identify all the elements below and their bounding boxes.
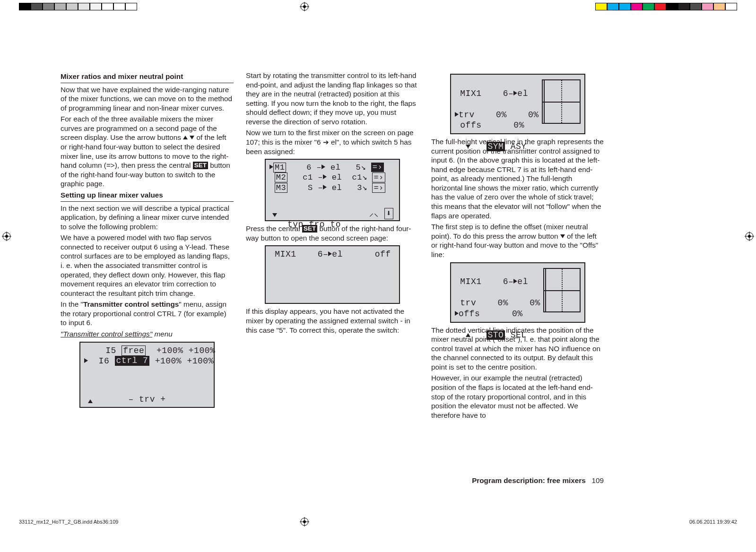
menu-caption: "Transmitter control settings" menu: [61, 329, 234, 339]
screen-title-row: MIX1 6–el off: [269, 249, 395, 260]
registration-mark-icon: [2, 232, 11, 241]
column-3: MIX1 6–el trv 0% 0% offs 0% SYM ASY The …: [431, 71, 604, 422]
graph-center-line: [561, 80, 562, 123]
sym-label-selected: SYM: [487, 142, 505, 151]
arrow-down-icon: [466, 145, 470, 148]
cursor-icon: [269, 164, 273, 169]
goto-icon: =›: [372, 172, 385, 182]
arrow-down-icon: [272, 213, 277, 217]
goto-icon: =›: [372, 183, 385, 193]
arrow-down-icon: [190, 136, 194, 139]
body-text: If this display appears, you have not ac…: [246, 307, 419, 335]
curve-icon: ⸝⸜: [369, 207, 378, 218]
text-span: In the ": [61, 300, 83, 308]
cursor-icon: [455, 311, 459, 316]
section-heading: Mixer ratios and mixer neutral point: [61, 72, 234, 83]
body-text: For each of the three available mixers t…: [61, 114, 234, 189]
menu-caption-title: "Transmitter control settings": [61, 330, 152, 338]
screen-row: I5 free +100% +100%: [84, 345, 210, 356]
screen-row-selected: I6 ctrl 7 +100% +100%: [84, 356, 210, 367]
graph-values: MIX1 6–el trv 0% 0% offs 0% SYM ASY: [455, 78, 539, 131]
imprint-left: 33112_mx12_HoTT_2_GB.indd Abs36:109: [19, 519, 118, 525]
lcd-screen-mixer-graph-2: MIX1 6–el trv 0% 0% offs 0% STO SEL: [450, 262, 585, 323]
body-text: However, in our example the neutral (ret…: [431, 373, 604, 420]
graph-center-line: [562, 269, 563, 311]
arrow-down-icon: [560, 234, 565, 238]
arrow-right-icon: [323, 174, 327, 179]
section-heading: Setting up linear mixer values: [61, 190, 234, 202]
body-text: Now that we have explained the wide-rang…: [61, 85, 234, 113]
graph-values: MIX1 6–el trv 0% 0% offs 0% STO SEL: [455, 266, 540, 320]
asy-label: ASY: [505, 142, 526, 151]
arrow-up-icon: [88, 399, 93, 403]
body-text: We have a powered model with two flap se…: [61, 233, 234, 298]
screen-row: M3 S – el 3↘ =›: [269, 183, 395, 193]
menu-caption-suffix: menu: [152, 330, 173, 338]
body-text: Now we turn to the first mixer on the sc…: [246, 128, 419, 156]
body-text: Start by rotating the transmitter contro…: [246, 71, 419, 126]
lcd-screen-mixer-graph-1: MIX1 6–el trv 0% 0% offs 0% SYM ASY: [450, 74, 585, 134]
page-number: 109: [591, 476, 604, 484]
page-content: Mixer ratios and mixer neutral point Now…: [61, 71, 604, 422]
color-bar-left: [19, 3, 137, 10]
goto-icon: =›: [371, 163, 384, 172]
screen-row-selected: M1 6 – el 5↘ =›: [269, 163, 395, 172]
arrow-right-icon: [322, 164, 325, 169]
sel-label: SEL: [505, 330, 526, 340]
body-text: In the next section we will describe a t…: [61, 204, 234, 232]
menu-name: Transmitter control settings: [83, 300, 179, 308]
imprint-right: 06.06.2011 19:39:42: [689, 519, 737, 525]
graph-cursor-line: [545, 269, 546, 311]
registration-mark-icon: [300, 517, 309, 526]
arrow-up-icon: [466, 333, 470, 337]
color-bar-right: [595, 3, 737, 10]
graph-plot: [543, 268, 581, 312]
svg-point-15: [303, 520, 306, 523]
lcd-screen-mixer-off: MIX1 6–el off: [265, 245, 400, 304]
cursor-icon: [455, 112, 459, 117]
sto-label-selected: STO: [487, 330, 505, 340]
lcd-screen-mixer-list: M1 6 – el 5↘ =› M2 c1 – el c1↘ =› M3 S –…: [265, 159, 400, 221]
footer-section: Program description: free mixers: [472, 476, 586, 484]
arrow-up-icon: [183, 136, 188, 139]
screen-footer: – trv +: [80, 394, 214, 405]
svg-point-11: [748, 235, 751, 238]
arrow-right-icon: ➔: [323, 138, 329, 146]
body-text: The first step is to define the offset (…: [431, 222, 604, 259]
column-2: Start by rotating the transmitter contro…: [246, 71, 419, 422]
registration-mark-icon: [745, 232, 754, 241]
lcd-screen-ctrl-settings: I5 free +100% +100% I6 ctrl 7 +100% +100…: [79, 342, 215, 408]
registration-mark-icon: [300, 2, 309, 11]
column-1: Mixer ratios and mixer neutral point Now…: [61, 71, 234, 422]
set-button-label: SET: [193, 162, 208, 169]
store-icon: ⬇: [384, 208, 393, 220]
svg-point-7: [5, 235, 8, 238]
page-footer-title: Program description: free mixers 109: [472, 476, 604, 485]
arrow-right-icon: [323, 185, 327, 190]
graph-plot: [542, 79, 581, 124]
cursor-icon: [84, 358, 88, 363]
svg-point-3: [303, 5, 306, 8]
body-text: In the "Transmitter control settings" me…: [61, 300, 234, 328]
screen-row: M2 c1 – el c1↘ =›: [269, 172, 395, 182]
graph-cursor-line: [544, 80, 545, 123]
